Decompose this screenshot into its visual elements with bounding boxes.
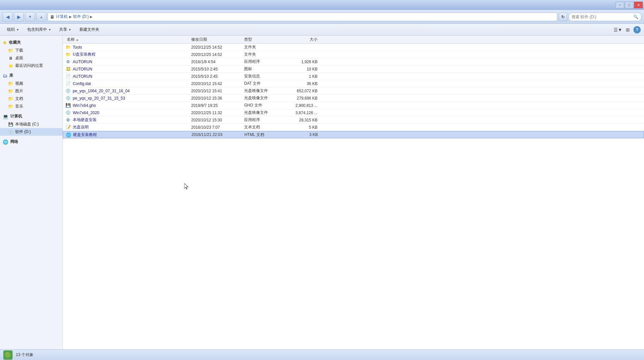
sidebar-item-image[interactable]: 📁 图片	[0, 87, 63, 95]
breadcrumb-computer[interactable]: 计算机	[56, 14, 68, 20]
file-size: 652,072 KB	[284, 89, 320, 93]
file-name: ⚙ 本地硬盘安装	[65, 117, 191, 123]
table-row[interactable]: ⚙ 本地硬盘安装 2020/10/12 15:30 应用程序 28,315 KB	[63, 116, 644, 124]
file-type: 图标	[244, 66, 284, 72]
sidebar-item-d-drive[interactable]: 💿 软件 (D:)	[0, 128, 63, 136]
minimize-button[interactable]: −	[616, 2, 624, 8]
sidebar-item-document[interactable]: 📁 文档	[0, 95, 63, 103]
new-folder-button[interactable]: 新建文件夹	[76, 25, 103, 34]
breadcrumb-drive[interactable]: 软件 (D:)	[73, 14, 89, 20]
change-view-button[interactable]: ☰▼	[614, 26, 622, 34]
share-arrow: ▼	[68, 28, 71, 31]
file-date: 2020/12/25 14:52	[191, 52, 244, 57]
preview-pane-button[interactable]: ⊞	[623, 26, 632, 34]
table-row[interactable]: 🌐 硬盘安装教程 2016/11/21 22:03 HTML 文档 3 KB	[63, 131, 644, 138]
table-row[interactable]: ⚙ AUTORUN 2016/1/8 4:54 应用程序 1,926 KB	[63, 58, 644, 66]
status-icon-img: 🟢	[5, 352, 11, 358]
network-header[interactable]: 🌐 网络	[0, 138, 63, 146]
breadcrumb: 🖥 计算机 ▶ 软件 (D:) ▶	[48, 13, 557, 21]
network-icon: 🌐	[3, 139, 8, 145]
file-name: 📁 Tools	[65, 45, 191, 50]
table-row[interactable]: 📝 光盘说明 2016/10/23 7:07 文本文档 5 KB	[63, 124, 644, 131]
table-row[interactable]: 📁 Tools 2020/12/25 14:52 文件夹	[63, 44, 644, 51]
file-name: 📝 光盘说明	[65, 124, 191, 130]
file-type: 光盘映像文件	[244, 88, 284, 94]
organize-arrow: ▼	[16, 28, 19, 31]
close-button[interactable]: ✕	[634, 2, 643, 8]
file-size: 3,874,126 ...	[284, 111, 320, 115]
computer-icon-side: 💻	[3, 114, 8, 119]
computer-header[interactable]: 💻 计算机	[0, 112, 63, 120]
sidebar-item-music[interactable]: 📁 音乐	[0, 103, 63, 110]
file-icon: 💾	[65, 103, 71, 108]
table-row[interactable]: 🖼 AUTORUN 2015/5/10 2:45 图标 10 KB	[63, 66, 644, 73]
col-header-size[interactable]: 大小	[284, 37, 320, 42]
table-row[interactable]: 📄 Config.dat 2020/10/12 15:42 DAT 文件 36 …	[63, 80, 644, 87]
table-row[interactable]: 💾 Win7x64.gho 2019/9/7 19:25 GHO 文件 2,90…	[63, 102, 644, 109]
sidebar-item-video[interactable]: 📁 视频	[0, 80, 63, 87]
file-name: 📁 U盘安装教程	[65, 52, 191, 57]
file-type: 应用程序	[244, 117, 284, 123]
file-name: 💿 Win7x64_2020	[65, 110, 191, 115]
table-row[interactable]: 💿 pe_yqs_1064_20_07_31_16_04 2020/10/12 …	[63, 87, 644, 95]
file-size: 36 KB	[284, 81, 320, 86]
file-icon: ⚙	[65, 59, 71, 65]
refresh-button[interactable]: ↻	[559, 13, 567, 21]
col-header-type[interactable]: 类型	[244, 37, 284, 42]
forward-button[interactable]: ▶	[14, 12, 24, 22]
col-header-date[interactable]: 修改日期	[191, 37, 244, 42]
search-input[interactable]	[572, 15, 632, 19]
recent-locations-button[interactable]: ▼	[25, 12, 35, 22]
file-icon: 📝	[65, 125, 71, 130]
file-size: 1 KB	[284, 74, 320, 79]
file-date: 2016/10/23 7:07	[191, 125, 244, 130]
sidebar-item-c-drive[interactable]: 💾 本地磁盘 (C:)	[0, 120, 63, 128]
file-name: 💿 pe_yqs_1064_20_07_31_16_04	[65, 88, 191, 94]
organize-button[interactable]: 组织 ▼	[3, 25, 23, 34]
sidebar-item-download[interactable]: 📁 下载	[0, 47, 63, 54]
file-date: 2020/12/25 14:52	[191, 45, 244, 50]
favorites-header[interactable]: ★ 收藏夹	[0, 38, 63, 47]
music-icon: 📁	[8, 104, 13, 109]
file-type: 文件夹	[244, 52, 284, 57]
sidebar-item-recent[interactable]: ⭐ 最近访问的位置	[0, 62, 63, 69]
file-size: 10 KB	[284, 67, 320, 71]
computer-section: 💻 计算机 💾 本地磁盘 (C:) 💿 软件 (D:)	[0, 112, 63, 136]
video-icon: 📁	[8, 81, 13, 86]
table-row[interactable]: 📄 AUTORUN 2015/5/10 2:45 安装信息 1 KB	[63, 73, 644, 80]
file-name: ⚙ AUTORUN	[65, 59, 191, 65]
col-header-name[interactable]: 名称 ▲	[65, 37, 191, 42]
table-row[interactable]: 📁 U盘安装教程 2020/12/25 14:52 文件夹	[63, 51, 644, 58]
share-button[interactable]: 共享 ▼	[56, 25, 75, 34]
search-bar[interactable]: 🔍	[569, 13, 641, 21]
file-name: 📄 AUTORUN	[65, 74, 191, 79]
d-drive-icon: 💿	[8, 129, 13, 135]
back-button[interactable]: ◀	[3, 12, 13, 22]
help-button[interactable]: ?	[633, 26, 641, 33]
file-name: 🌐 硬盘安装教程	[66, 132, 192, 138]
file-size: 279,696 KB	[284, 96, 320, 101]
computer-icon: 🖥	[50, 14, 55, 20]
sidebar-image-label: 图片	[15, 88, 23, 94]
file-type: DAT 文件	[244, 81, 284, 86]
status-app-icon: 🟢	[3, 350, 13, 360]
file-icon: 📄	[65, 81, 71, 86]
file-date: 2020/12/25 11:32	[191, 111, 244, 115]
breadcrumb-sep-2: ▶	[90, 15, 93, 19]
file-type: HTML 文档	[244, 132, 284, 138]
include-arrow: ▼	[48, 28, 51, 31]
sidebar-video-label: 视频	[15, 81, 23, 86]
library-header[interactable]: 🗂 库	[0, 71, 63, 80]
c-drive-icon: 💾	[8, 122, 13, 127]
maximize-button[interactable]: □	[625, 2, 633, 8]
table-row[interactable]: 💿 Win7x64_2020 2020/12/25 11:32 光盘映像文件 3…	[63, 109, 644, 116]
address-bar: ◀ ▶ ▼ ▲ 🖥 计算机 ▶ 软件 (D:) ▶ ↻ 🔍	[0, 10, 644, 24]
network-label: 网络	[10, 139, 18, 145]
up-button[interactable]: ▲	[36, 12, 46, 22]
file-icon: 💿	[65, 110, 71, 115]
sidebar-recent-label: 最近访问的位置	[15, 63, 43, 68]
file-area: 名称 ▲ 修改日期 类型 大小 📁 Tools 2020/12/25 14:52…	[63, 36, 644, 349]
table-row[interactable]: 💿 pe_yqs_xp_20_07_31_15_53 2020/10/12 15…	[63, 95, 644, 102]
include-button[interactable]: 包含到库中 ▼	[23, 25, 55, 34]
sidebar-item-desktop[interactable]: 🖥 桌面	[0, 54, 63, 62]
